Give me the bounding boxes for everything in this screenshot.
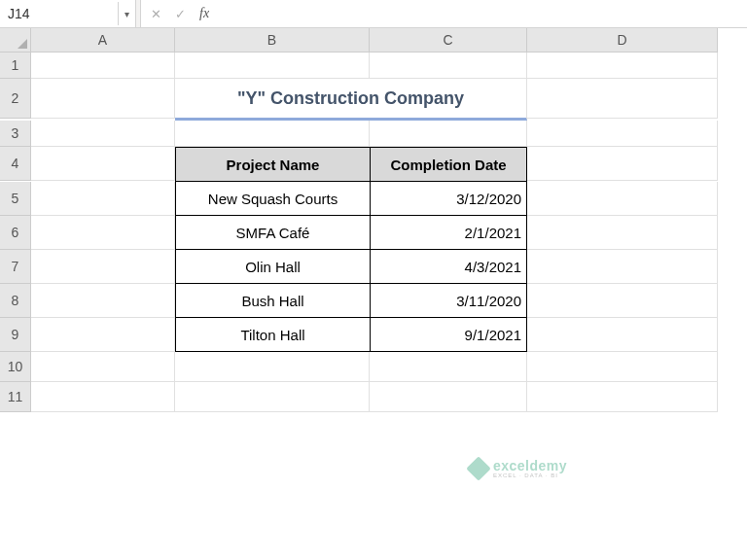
cell[interactable] bbox=[527, 147, 718, 181]
cell[interactable] bbox=[175, 121, 370, 147]
fx-icon[interactable]: fx bbox=[194, 6, 215, 21]
cell[interactable] bbox=[527, 284, 718, 318]
row-header[interactable]: 7 bbox=[0, 250, 31, 284]
formula-bar: ▾ ✕ ✓ fx bbox=[0, 0, 747, 28]
column-header[interactable]: A bbox=[31, 28, 175, 52]
table-row[interactable]: 4/3/2021 bbox=[370, 250, 527, 284]
cell[interactable] bbox=[527, 318, 718, 352]
cell[interactable] bbox=[527, 79, 718, 119]
cell[interactable] bbox=[175, 352, 370, 382]
cell[interactable] bbox=[31, 352, 175, 382]
table-row[interactable]: Tilton Hall bbox=[175, 318, 370, 352]
cell[interactable] bbox=[31, 52, 175, 79]
cell[interactable] bbox=[31, 121, 175, 147]
cell[interactable] bbox=[527, 250, 718, 284]
table-row[interactable]: 9/1/2021 bbox=[370, 318, 527, 352]
column-header[interactable]: D bbox=[527, 28, 718, 52]
row-header[interactable]: 3 bbox=[0, 121, 31, 147]
cell[interactable] bbox=[31, 182, 175, 216]
row-header[interactable]: 5 bbox=[0, 182, 31, 216]
cell[interactable] bbox=[527, 182, 718, 216]
cell[interactable] bbox=[175, 382, 370, 412]
cell[interactable] bbox=[527, 52, 718, 79]
cell[interactable] bbox=[31, 284, 175, 318]
row-header[interactable]: 11 bbox=[0, 382, 31, 412]
cell[interactable] bbox=[527, 352, 718, 382]
table-row[interactable]: New Squash Courts bbox=[175, 182, 370, 216]
column-header[interactable]: C bbox=[370, 28, 527, 52]
cell[interactable] bbox=[31, 79, 175, 119]
cell[interactable] bbox=[31, 318, 175, 352]
table-header-completion[interactable]: Completion Date bbox=[370, 147, 527, 182]
enter-icon[interactable]: ✓ bbox=[169, 7, 192, 21]
cell[interactable] bbox=[31, 216, 175, 250]
name-box-dropdown-icon[interactable]: ▾ bbox=[119, 0, 136, 27]
cell[interactable] bbox=[527, 121, 718, 147]
row-header[interactable]: 1 bbox=[0, 52, 31, 79]
cell[interactable] bbox=[31, 382, 175, 412]
cell[interactable] bbox=[527, 382, 718, 412]
cell[interactable] bbox=[370, 352, 527, 382]
row-header[interactable]: 4 bbox=[0, 147, 31, 181]
row-header[interactable]: 8 bbox=[0, 284, 31, 318]
select-all-corner[interactable] bbox=[0, 28, 31, 52]
cell[interactable] bbox=[370, 382, 527, 412]
row-header[interactable]: 2 bbox=[0, 79, 31, 119]
formula-input[interactable] bbox=[219, 0, 747, 27]
table-header-project[interactable]: Project Name bbox=[175, 147, 370, 182]
row-header[interactable]: 10 bbox=[0, 352, 31, 382]
table-row[interactable]: SMFA Café bbox=[175, 216, 370, 250]
row-header[interactable]: 6 bbox=[0, 216, 31, 250]
cell[interactable] bbox=[31, 147, 175, 181]
cell[interactable] bbox=[175, 52, 370, 79]
table-row[interactable]: Olin Hall bbox=[175, 250, 370, 284]
cell[interactable] bbox=[370, 52, 527, 79]
cell[interactable] bbox=[527, 216, 718, 250]
table-row[interactable]: 3/12/2020 bbox=[370, 182, 527, 216]
spreadsheet-grid: A B C D 1 2 "Y" Construction Company 3 4… bbox=[0, 28, 747, 412]
table-row[interactable]: 3/11/2020 bbox=[370, 284, 527, 318]
table-row[interactable]: 2/1/2021 bbox=[370, 216, 527, 250]
cancel-icon[interactable]: ✕ bbox=[145, 7, 167, 21]
cell[interactable] bbox=[31, 250, 175, 284]
table-row[interactable]: Bush Hall bbox=[175, 284, 370, 318]
row-header[interactable]: 9 bbox=[0, 318, 31, 352]
column-header[interactable]: B bbox=[175, 28, 370, 52]
formula-bar-buttons: ✕ ✓ fx bbox=[141, 6, 219, 21]
title-cell[interactable]: "Y" Construction Company bbox=[175, 79, 527, 121]
name-box[interactable] bbox=[0, 2, 119, 25]
cell[interactable] bbox=[370, 121, 527, 147]
